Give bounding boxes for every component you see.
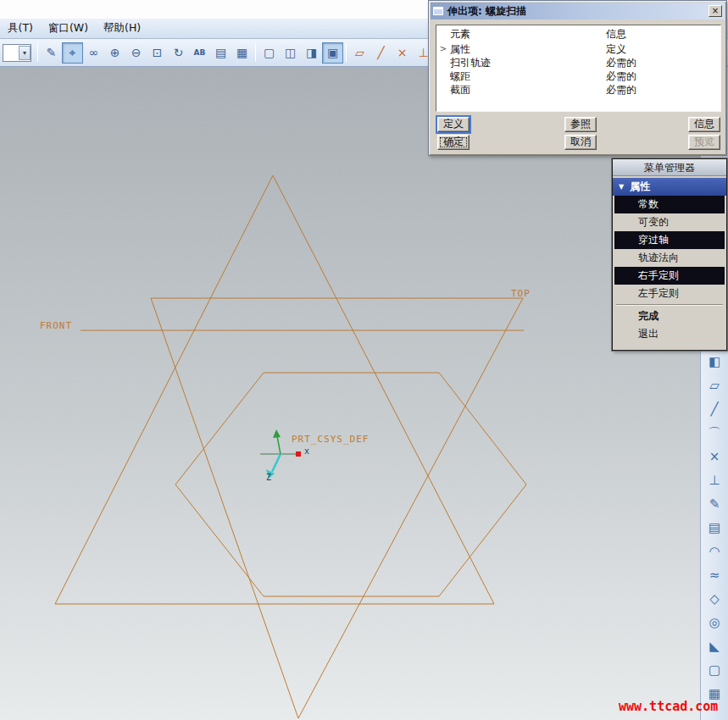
element-cell: 螺距 bbox=[450, 69, 606, 83]
collapse-triangle-icon: ▼ bbox=[619, 178, 624, 196]
column-header-info: 信息 bbox=[606, 25, 720, 42]
menu-item-right-handed[interactable]: 右手定则 bbox=[614, 267, 725, 285]
dialog-title: 伸出项: 螺旋扫描 bbox=[447, 4, 709, 19]
sketch-tool-icon[interactable]: ✎ bbox=[703, 493, 726, 515]
top-datum-label[interactable]: TOP bbox=[511, 288, 531, 299]
round-tool-icon[interactable]: ◣ bbox=[703, 635, 726, 657]
close-icon[interactable]: × bbox=[709, 5, 722, 17]
datum-point-tool-icon[interactable]: × bbox=[703, 446, 726, 468]
info-button[interactable]: 信息 bbox=[688, 117, 720, 132]
curve-tool-icon[interactable]: ⌒ bbox=[703, 422, 726, 444]
shell-tool-icon[interactable]: ▢ bbox=[703, 659, 726, 681]
model-tree-icon[interactable]: ▦ bbox=[231, 42, 253, 64]
sweep-tool-icon[interactable]: ≈ bbox=[703, 564, 726, 586]
wireframe-display-icon[interactable]: ▢ bbox=[258, 42, 280, 64]
element-dialog: 伸出项: 螺旋扫描 × 元素 信息 > 属性 定义 扫引轨迹 必需的 螺距 必需… bbox=[428, 0, 727, 156]
front-datum-label[interactable]: FRONT bbox=[40, 320, 72, 331]
select-items-icon[interactable]: ⌖ bbox=[62, 42, 83, 64]
menu-manager: 菜单管理器 ▼ 属性 常数 可变的 穿过轴 轨迹法向 右手定则 左手定则 完成 … bbox=[612, 158, 727, 351]
watermark: www.ttcad.com bbox=[619, 699, 718, 714]
zoom-in-icon[interactable]: ⊕ bbox=[104, 42, 125, 64]
revolve-tool-icon[interactable]: ◠ bbox=[703, 540, 726, 562]
layers-icon[interactable]: ▤ bbox=[210, 42, 231, 64]
menu-tools[interactable]: 具(T) bbox=[0, 19, 41, 38]
info-cell: 必需的 bbox=[606, 83, 720, 97]
x-axis-label: x bbox=[304, 446, 309, 456]
element-cell: 扫引轨迹 bbox=[450, 56, 606, 69]
preview-button: 预览 bbox=[688, 135, 720, 150]
menu-help[interactable]: 帮助(H) bbox=[96, 19, 148, 38]
table-row[interactable]: 扫引轨迹 必需的 bbox=[436, 56, 720, 69]
zoom-fit-icon[interactable]: ⊡ bbox=[147, 42, 168, 64]
element-cell: 截面 bbox=[450, 83, 606, 97]
extrude-tool-icon[interactable]: ▤ bbox=[703, 517, 726, 539]
datum-point-toggle-icon[interactable]: × bbox=[392, 42, 413, 64]
repaint-icon[interactable]: ↻ bbox=[168, 42, 189, 64]
menu-separator bbox=[616, 304, 723, 306]
menu-item-through-axis[interactable]: 穿过轴 bbox=[614, 231, 725, 249]
datum-plane-toggle-icon[interactable]: ▱ bbox=[349, 42, 370, 64]
toolbar-separator bbox=[255, 43, 256, 62]
menu-item-quit[interactable]: 退出 bbox=[614, 325, 725, 343]
annotation-icon[interactable]: AB bbox=[189, 42, 210, 64]
table-row[interactable]: 螺距 必需的 bbox=[436, 69, 720, 83]
z-axis-label: Z bbox=[266, 473, 271, 482]
csys-tool-icon[interactable]: ⊥ bbox=[703, 469, 726, 491]
menu-item-constant[interactable]: 常数 bbox=[614, 196, 725, 213]
feature-tool-icons: ◧▱╱⌒×⊥✎▤◠≈◇◎◣▢▦ bbox=[701, 350, 728, 706]
menu-section-attributes[interactable]: ▼ 属性 bbox=[613, 178, 726, 196]
cancel-button[interactable]: 取消 bbox=[564, 135, 597, 150]
menu-item-variable[interactable]: 可变的 bbox=[614, 213, 725, 231]
element-table: 元素 信息 > 属性 定义 扫引轨迹 必需的 螺距 必需的 截面 必需的 bbox=[436, 25, 721, 112]
view-selector-combo[interactable]: ▾ bbox=[3, 44, 31, 62]
define-button[interactable]: 定义 bbox=[437, 117, 470, 132]
shaded-display-icon[interactable]: ▣ bbox=[322, 42, 343, 64]
view-orientation-icon[interactable]: ∞ bbox=[83, 42, 104, 64]
no-hidden-display-icon[interactable]: ◨ bbox=[301, 42, 322, 64]
menu-item-done[interactable]: 完成 bbox=[614, 307, 725, 325]
dialog-icon bbox=[433, 7, 443, 15]
info-cell: 必需的 bbox=[606, 56, 720, 69]
chevron-down-icon[interactable]: ▾ bbox=[19, 46, 31, 60]
toolbar-separator bbox=[346, 43, 347, 62]
expander-icon[interactable]: > bbox=[436, 42, 450, 56]
edit-icon[interactable]: ✎ bbox=[41, 42, 62, 64]
element-cell: 属性 bbox=[450, 42, 606, 56]
hole-tool-icon[interactable]: ◎ bbox=[703, 612, 726, 634]
info-cell: 必需的 bbox=[606, 69, 720, 83]
menu-item-norm-to-traj[interactable]: 轨迹法向 bbox=[614, 249, 725, 267]
info-cell: 定义 bbox=[606, 42, 720, 56]
menu-manager-title[interactable]: 菜单管理器 bbox=[613, 159, 726, 176]
references-button[interactable]: 参照 bbox=[564, 117, 597, 132]
ok-button[interactable]: 确定 bbox=[437, 135, 470, 150]
datum-plane-tool-icon[interactable]: ▱ bbox=[703, 374, 726, 396]
table-row[interactable]: 截面 必需的 bbox=[436, 83, 720, 97]
table-row[interactable]: > 属性 定义 bbox=[436, 42, 720, 56]
toolbar-separator bbox=[37, 43, 38, 62]
column-header-element: 元素 bbox=[450, 25, 606, 42]
blend-tool-icon[interactable]: ◇ bbox=[703, 588, 726, 610]
surface-tool-icon[interactable]: ◧ bbox=[703, 351, 726, 373]
dialog-titlebar[interactable]: 伸出项: 螺旋扫描 × bbox=[431, 3, 725, 19]
datum-axis-tool-icon[interactable]: ╱ bbox=[703, 398, 726, 420]
csys-label[interactable]: PRT_CSYS_DEF bbox=[292, 434, 369, 445]
menu-item-left-handed[interactable]: 左手定则 bbox=[614, 285, 725, 302]
menu-section-label: 属性 bbox=[630, 178, 650, 196]
graphics-area[interactable] bbox=[0, 67, 700, 720]
zoom-out-icon[interactable]: ⊖ bbox=[125, 42, 147, 64]
hidden-line-display-icon[interactable]: ◫ bbox=[280, 42, 301, 64]
menu-window[interactable]: 窗口(W) bbox=[41, 19, 96, 38]
toolbar-icons: ✎⌖∞⊕⊖⊡↻AB▤▦▢◫◨▣▱╱×⊥ bbox=[41, 42, 434, 64]
datum-axis-toggle-icon[interactable]: ╱ bbox=[370, 42, 392, 64]
